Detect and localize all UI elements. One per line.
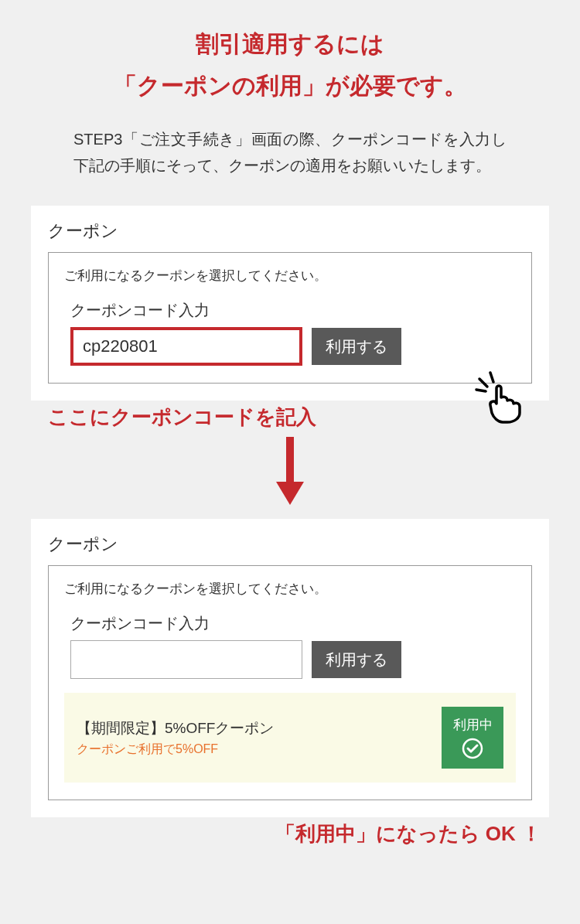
annotation-enter-code: ここにクーポンコードを記入 (31, 404, 549, 431)
panel-hint: ご利用になるクーポンを選択してください。 (64, 267, 516, 285)
svg-line-1 (490, 373, 493, 382)
panel-title: クーポン (48, 220, 532, 243)
apply-coupon-button[interactable]: 利用する (312, 641, 401, 678)
apply-coupon-button[interactable]: 利用する (312, 328, 401, 365)
down-arrow-icon (31, 437, 549, 510)
check-circle-icon (461, 737, 484, 760)
coupon-status-title: 【期間限定】5%OFFクーポン (77, 718, 274, 738)
coupon-input-label: クーポンコード入力 (70, 613, 516, 634)
input-row: 利用する (70, 640, 516, 679)
coupon-input-label: クーポンコード入力 (70, 300, 516, 321)
svg-rect-3 (286, 437, 294, 483)
svg-marker-4 (276, 482, 304, 505)
annotation-confirmed: 「利用中」になったら OK ！ (31, 820, 549, 847)
coupon-panel-after: クーポン ご利用になるクーポンを選択してください。 クーポンコード入力 利用する… (31, 519, 549, 817)
panel-box: ご利用になるクーポンを選択してください。 クーポンコード入力 利用する (48, 252, 532, 384)
coupon-status-sub: クーポンご利用で5%OFF (77, 742, 274, 758)
panel-hint: ご利用になるクーポンを選択してください。 (64, 580, 516, 598)
svg-line-0 (479, 379, 487, 387)
status-text-block: 【期間限定】5%OFFクーポン クーポンご利用で5%OFF (77, 718, 274, 758)
panel-title: クーポン (48, 533, 532, 556)
coupon-panel-before: クーポン ご利用になるクーポンを選択してください。 クーポンコード入力 利用する (31, 206, 549, 401)
main-heading: 割引適用するには 「クーポンの利用」が必要です。 (31, 23, 549, 107)
coupon-active-badge: 利用中 (442, 707, 503, 769)
svg-line-2 (476, 390, 486, 391)
coupon-status-area: 【期間限定】5%OFFクーポン クーポンご利用で5%OFF 利用中 (64, 693, 516, 783)
input-row: 利用する (70, 327, 516, 366)
coupon-code-input[interactable] (70, 327, 302, 366)
heading-line1: 割引適用するには (196, 31, 384, 56)
badge-label: 利用中 (453, 716, 493, 734)
pointer-hand-icon (473, 370, 527, 424)
panel-box: ご利用になるクーポンを選択してください。 クーポンコード入力 利用する 【期間限… (48, 565, 532, 800)
heading-line2: 「クーポンの利用」が必要です。 (114, 73, 467, 98)
coupon-code-input[interactable] (70, 640, 302, 679)
description-text: STEP3「ご注文手続き」画面の際、クーポンコードを入力し下記の手順にそって、ク… (31, 126, 549, 179)
